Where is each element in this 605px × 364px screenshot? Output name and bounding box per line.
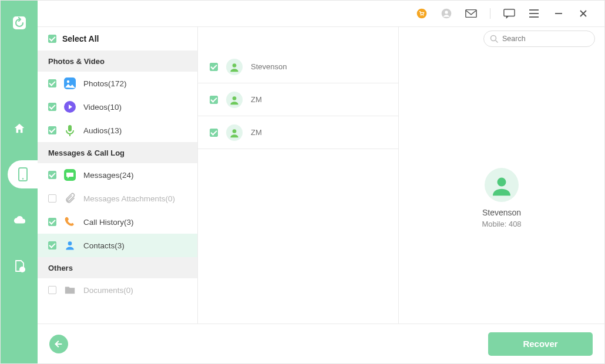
avatar-icon xyxy=(226,59,243,75)
cat-label: Contacts(3) xyxy=(83,241,125,250)
search-field[interactable] xyxy=(483,31,595,47)
section-header-others: Others xyxy=(38,257,197,278)
cat-row-callhistory[interactable]: Call History(3) xyxy=(38,210,197,234)
recover-label: Recover xyxy=(523,339,557,349)
contact-row-0[interactable]: Stevenson xyxy=(198,50,398,83)
contact-name-label: ZM xyxy=(251,128,262,137)
select-all-row[interactable]: Select All xyxy=(38,27,197,50)
contact-checkbox[interactable] xyxy=(210,129,218,137)
cat-label: Messages(24) xyxy=(83,171,134,180)
contact-checkbox[interactable] xyxy=(210,63,218,71)
category-panel: Select All Photos & Video Photos(172) Vi… xyxy=(38,27,198,323)
contact-row-2[interactable]: ZM xyxy=(198,116,398,149)
svg-rect-10 xyxy=(466,10,476,18)
cat-row-attachments[interactable]: Messages Attachments(0) xyxy=(38,187,197,210)
contacts-icon xyxy=(63,239,76,252)
svg-point-30 xyxy=(498,178,506,187)
cat-label: Documents(0) xyxy=(83,286,133,295)
audios-icon xyxy=(63,124,76,137)
videos-icon xyxy=(63,100,76,113)
cat-label: Audios(13) xyxy=(83,126,122,135)
svg-point-26 xyxy=(233,96,237,100)
close-button[interactable] xyxy=(577,8,589,19)
cat-checkbox[interactable] xyxy=(48,79,56,87)
section-header-photosvideo: Photos & Video xyxy=(38,50,197,72)
svg-point-19 xyxy=(67,80,69,83)
svg-point-24 xyxy=(68,241,72,245)
avatar-icon xyxy=(226,92,243,108)
minimize-button[interactable] xyxy=(553,8,564,19)
nav-home[interactable] xyxy=(1,114,38,143)
cat-checkbox[interactable] xyxy=(48,286,56,294)
chat-icon[interactable] xyxy=(503,8,515,19)
back-button[interactable] xyxy=(49,335,68,353)
detail-phone-label: Mobile: 408 xyxy=(482,220,521,228)
svg-point-5 xyxy=(417,9,427,19)
svg-rect-11 xyxy=(504,9,515,16)
svg-point-9 xyxy=(445,11,448,14)
contact-checkbox[interactable] xyxy=(210,96,218,104)
cat-checkbox[interactable] xyxy=(48,126,56,134)
cat-checkbox[interactable] xyxy=(48,218,56,226)
cat-row-messages[interactable]: Messages(24) xyxy=(38,163,197,187)
app-logo-icon xyxy=(10,14,29,32)
cat-row-contacts[interactable]: Contacts(3) xyxy=(38,234,197,257)
svg-rect-21 xyxy=(68,125,72,132)
detail-name-label: Stevenson xyxy=(482,208,521,217)
app-sidebar: ! xyxy=(1,1,38,363)
recover-button[interactable]: Recover xyxy=(488,332,593,356)
contact-row-1[interactable]: ZM xyxy=(198,83,398,116)
titlebar xyxy=(38,1,604,26)
cat-label: Call History(3) xyxy=(83,218,134,227)
detail-avatar-icon xyxy=(485,168,519,202)
search-icon xyxy=(490,35,499,43)
section-header-msgcall: Messages & Call Log xyxy=(38,142,197,163)
cat-row-photos[interactable]: Photos(172) xyxy=(38,72,197,95)
titlebar-separator xyxy=(490,8,490,19)
cat-checkbox[interactable] xyxy=(48,194,56,203)
documents-icon xyxy=(63,284,76,296)
contact-name-label: ZM xyxy=(251,95,262,104)
svg-point-2 xyxy=(22,178,23,180)
select-all-checkbox[interactable] xyxy=(48,35,56,43)
svg-line-29 xyxy=(496,40,498,42)
cat-checkbox[interactable] xyxy=(48,171,56,179)
svg-point-27 xyxy=(233,129,237,133)
detail-panel: Stevenson Mobile: 408 xyxy=(399,27,604,323)
cat-row-audios[interactable]: Audios(13) xyxy=(38,119,197,142)
nav-cloud[interactable] xyxy=(1,206,38,234)
contact-name-label: Stevenson xyxy=(251,62,287,71)
cat-checkbox[interactable] xyxy=(48,241,56,250)
svg-point-7 xyxy=(423,15,424,16)
footer-bar: Recover xyxy=(38,323,604,363)
user-icon[interactable] xyxy=(441,8,452,19)
cat-label: Photos(172) xyxy=(83,79,127,88)
call-icon xyxy=(63,215,76,228)
svg-point-25 xyxy=(233,63,237,68)
cat-row-videos[interactable]: Videos(10) xyxy=(38,95,197,119)
cat-checkbox[interactable] xyxy=(48,103,56,111)
mail-icon[interactable] xyxy=(465,8,477,19)
cat-row-documents[interactable]: Documents(0) xyxy=(38,278,197,302)
select-all-label: Select All xyxy=(62,34,99,43)
cart-icon[interactable] xyxy=(416,8,428,19)
nav-device[interactable] xyxy=(8,160,38,188)
attachment-icon xyxy=(63,192,76,205)
menu-icon[interactable] xyxy=(528,8,540,19)
photos-icon xyxy=(63,77,76,90)
contacts-list-panel: Stevenson ZM ZM xyxy=(198,27,399,323)
svg-text:!: ! xyxy=(21,267,23,272)
messages-icon xyxy=(63,168,76,181)
avatar-icon xyxy=(226,124,243,141)
nav-file-alert[interactable]: ! xyxy=(1,252,38,280)
cat-label: Messages Attachments(0) xyxy=(83,194,175,203)
cat-label: Videos(10) xyxy=(83,103,122,112)
search-input[interactable] xyxy=(502,35,584,43)
svg-point-6 xyxy=(421,15,422,16)
svg-point-28 xyxy=(491,35,496,41)
